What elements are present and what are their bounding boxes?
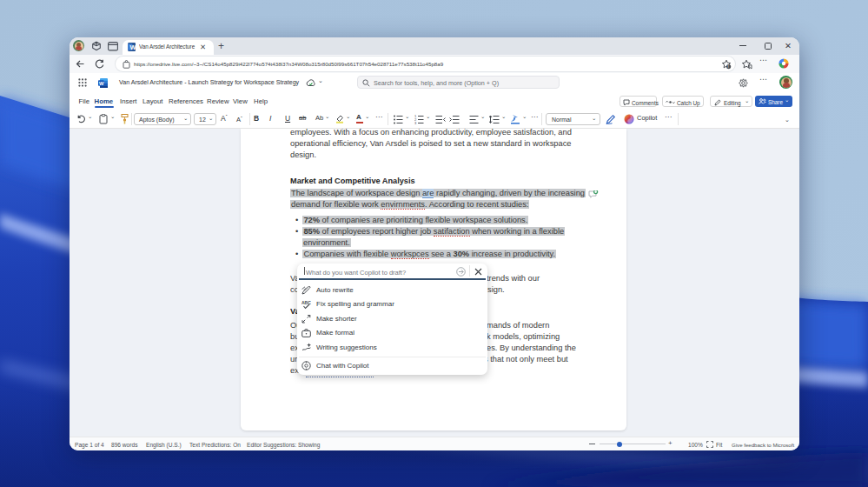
svg-text:W: W	[99, 81, 104, 86]
svg-text:ABC: ABC	[301, 300, 311, 305]
svg-text:3: 3	[414, 121, 417, 124]
svg-text:i: i	[728, 64, 729, 69]
svg-text:W: W	[130, 43, 136, 51]
